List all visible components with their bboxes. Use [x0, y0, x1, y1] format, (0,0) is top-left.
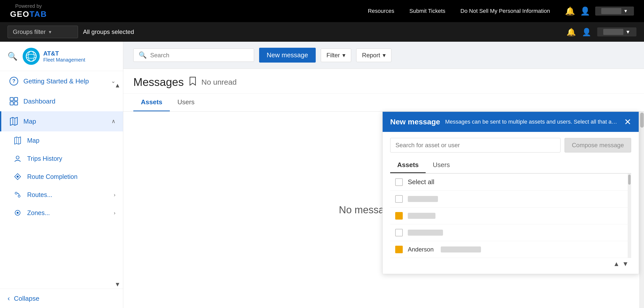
item-checkbox-2[interactable] [395, 212, 403, 220]
map-icon [9, 117, 19, 126]
popup-search-input[interactable] [390, 138, 560, 152]
user-label-groups [603, 29, 623, 35]
groups-filter-button[interactable]: Groups filter ▾ [8, 26, 78, 38]
collapse-label: Collapse [14, 295, 39, 302]
dashboard-label: Dashboard [23, 97, 115, 105]
trips-history-label: Trips History [27, 155, 115, 162]
item-suffix-4 [441, 246, 481, 252]
no-unread-text: No unread [202, 78, 237, 86]
search-input[interactable] [150, 52, 249, 59]
sidebar-item-dashboard[interactable]: Dashboard [0, 91, 123, 111]
sidebar-header: 🔍 AT&T Fleet Management [0, 42, 123, 71]
sidebar-subitem-route-completion[interactable]: Route Completion [0, 168, 123, 186]
att-fleet-label: Fleet Management [43, 57, 85, 63]
bell-icon-groups[interactable]: 🔔 [567, 28, 576, 36]
content-area: 🔍 New message Filter ▾ Report ▾ Messages… [123, 42, 644, 308]
zones-icon [13, 209, 23, 217]
groups-filter-label: Groups filter [13, 28, 46, 35]
select-all-checkbox[interactable] [395, 178, 403, 186]
sidebar-scroll-up-icon[interactable]: ▲ [114, 82, 120, 89]
popup-tab-assets[interactable]: Assets [390, 158, 426, 173]
svg-point-17 [15, 192, 17, 194]
popup-footer-arrows: ▲ ▼ [390, 258, 631, 268]
all-groups-selected-text: All groups selected [83, 28, 134, 35]
sidebar-subitem-map[interactable]: Map [0, 131, 123, 149]
sidebar: 🔍 AT&T Fleet Management ▲ ? [0, 42, 123, 308]
list-item[interactable] [390, 208, 631, 224]
tab-users[interactable]: Users [170, 94, 202, 111]
att-logo: AT&T Fleet Management [23, 48, 85, 65]
collapse-button[interactable]: ‹ Collapse [0, 289, 123, 308]
tab-assets[interactable]: Assets [133, 94, 170, 111]
search-box-icon: 🔍 [139, 51, 147, 59]
svg-point-20 [17, 212, 19, 214]
list-item[interactable] [390, 191, 631, 208]
zones-arrow-icon: › [114, 210, 115, 216]
trips-history-icon [13, 155, 23, 163]
report-button[interactable]: Report ▾ [356, 48, 391, 62]
content-scrollbar[interactable] [639, 112, 644, 308]
popup-scroll-down-icon[interactable]: ▼ [622, 260, 629, 268]
sidebar-item-map[interactable]: Map ∧ [0, 111, 123, 131]
groups-filter-arrow-icon: ▾ [49, 29, 51, 35]
resources-link[interactable]: Resources [368, 8, 394, 14]
user-icon-groups[interactable]: 👤 [582, 28, 591, 36]
popup-header: New message Messages can be sent to mult… [383, 112, 639, 132]
item-name-2 [408, 213, 435, 219]
popup-tabs: Assets Users [390, 158, 631, 174]
select-all-row[interactable]: Select all [390, 174, 631, 191]
messages-header: Messages No unread [123, 69, 644, 94]
search-box[interactable]: 🔍 [133, 48, 254, 62]
user-dropdown-groups[interactable]: ▼ [597, 27, 636, 36]
new-message-popup: New message Messages can be sent to mult… [382, 112, 639, 274]
sidebar-scroll-down-icon[interactable]: ▼ [114, 281, 120, 288]
popup-scroll-up-icon[interactable]: ▲ [613, 260, 620, 268]
dropdown-arrow-icon: ▼ [623, 9, 628, 14]
submit-tickets-link[interactable]: Submit Tickets [409, 8, 445, 14]
popup-title: New message [390, 118, 440, 126]
user-profile-icon[interactable]: 👤 [580, 6, 590, 16]
main-layout: 🔍 AT&T Fleet Management ▲ ? [0, 42, 644, 308]
user-dropdown[interactable]: ▼ [595, 7, 634, 16]
filter-button[interactable]: Filter ▾ [321, 48, 351, 62]
popup-body: Compose message Assets Users Select all [383, 132, 639, 274]
svg-point-1 [28, 51, 34, 61]
item-checkbox-3[interactable] [395, 229, 403, 236]
sidebar-item-getting-started[interactable]: ? Getting Started & Help ⌄ [0, 71, 123, 91]
select-all-label: Select all [408, 178, 434, 186]
logo-area: Powered by GEOTAB [10, 3, 47, 19]
item-name-4: Anderson [408, 246, 434, 253]
popup-tab-users[interactable]: Users [426, 158, 457, 173]
getting-started-label: Getting Started & Help [23, 77, 106, 85]
svg-point-15 [16, 156, 19, 159]
routes-arrow-icon: › [114, 192, 115, 198]
popup-list-scrollbar[interactable] [628, 174, 631, 258]
top-nav-right: Resources Submit Tickets Do Not Sell My … [368, 6, 634, 16]
map-arrow-icon: ∧ [111, 118, 115, 125]
svg-rect-6 [14, 97, 18, 101]
att-brand-name: AT&T [43, 50, 85, 57]
route-completion-label: Route Completion [27, 173, 115, 180]
sidebar-search-icon[interactable]: 🔍 [8, 52, 18, 61]
popup-list-scroll-thumb [628, 175, 631, 185]
list-item[interactable] [390, 224, 631, 241]
bookmark-icon [189, 77, 196, 88]
sidebar-subitem-routes[interactable]: Routes... › [0, 186, 123, 204]
svg-rect-8 [14, 102, 18, 105]
svg-marker-9 [10, 117, 17, 125]
item-checkbox-4[interactable] [395, 246, 403, 253]
sidebar-subitem-trips-history[interactable]: Trips History [0, 149, 123, 168]
notification-bell-icon[interactable]: 🔔 [565, 6, 575, 16]
user-label [601, 8, 621, 14]
do-not-sell-link[interactable]: Do Not Sell My Personal Information [460, 8, 550, 14]
popup-close-button[interactable]: ✕ [624, 117, 631, 127]
messages-title: Messages [133, 76, 184, 88]
list-item[interactable]: Anderson [390, 241, 631, 258]
map-label: Map [23, 118, 107, 125]
svg-rect-5 [10, 97, 13, 101]
sidebar-subitem-zones[interactable]: Zones... › [0, 204, 123, 222]
compose-message-button: Compose message [565, 138, 631, 152]
zones-label: Zones... [27, 209, 109, 217]
item-checkbox-1[interactable] [395, 195, 403, 203]
new-message-button[interactable]: New message [259, 48, 316, 63]
